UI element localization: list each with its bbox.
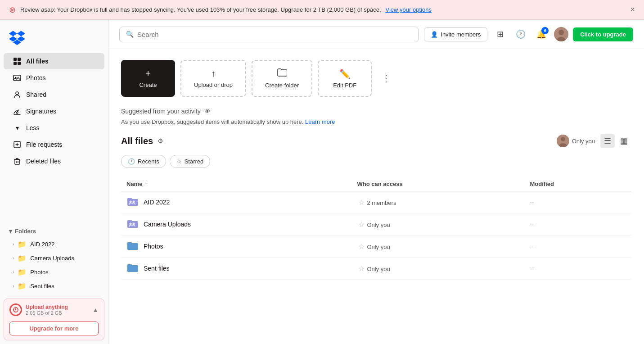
main-content: 🔍 👤 Invite members ⊞ 🕐 🔔 6 Click to upgr… <box>108 20 644 344</box>
file-name: Camera Uploads <box>144 221 191 228</box>
access-text: Only you <box>367 244 390 250</box>
folder-icon <box>126 240 139 253</box>
search-bar[interactable]: 🔍 <box>119 27 419 42</box>
user-avatar[interactable] <box>554 27 568 41</box>
star-button[interactable]: ☆ <box>357 241 365 252</box>
file-row-name: Sent files <box>126 262 347 275</box>
file-request-icon <box>13 140 22 149</box>
folders-header[interactable]: ▾ Folders <box>0 225 108 237</box>
suggested-label: Suggested from your activity <box>121 108 201 115</box>
svg-point-18 <box>561 137 565 141</box>
more-options-button[interactable]: ⋮ <box>377 60 395 97</box>
folder-item-camera-uploads[interactable]: › 📁 Camera Uploads <box>0 251 108 265</box>
signature-icon <box>13 107 22 116</box>
upgrade-for-more-button[interactable]: Upgrade for more <box>9 321 99 335</box>
trash-icon <box>13 157 22 166</box>
sidebar-item-all-files[interactable]: All files <box>4 53 104 69</box>
storage-collapse-button[interactable]: ▲ <box>92 306 99 313</box>
sidebar-item-less[interactable]: ▾ Less <box>4 120 104 136</box>
access-text: 2 members <box>367 199 396 206</box>
search-input[interactable] <box>137 31 412 38</box>
svg-point-15 <box>558 30 564 35</box>
col-name-header[interactable]: Name ↑ <box>121 177 352 191</box>
sidebar-item-shared[interactable]: Shared <box>4 86 104 103</box>
sidebar-item-deleted-files[interactable]: Deleted files <box>4 153 104 169</box>
svg-point-6 <box>16 92 18 95</box>
main-header: 🔍 👤 Invite members ⊞ 🕐 🔔 6 Click to upgr… <box>108 20 644 49</box>
modified-text: -- <box>530 221 534 228</box>
svg-rect-0 <box>14 58 17 61</box>
svg-point-20 <box>130 201 132 203</box>
folder-icon-camera: 📁 <box>18 254 27 263</box>
sidebar-logo <box>0 20 108 51</box>
grid-icon <box>13 57 22 66</box>
sort-arrow-icon: ↑ <box>146 182 148 187</box>
click-to-upgrade-button[interactable]: Click to upgrade <box>573 27 633 41</box>
folder-item-sent-files[interactable]: › 📁 Sent files <box>0 279 108 293</box>
dropbox-logo-icon <box>9 29 25 45</box>
settings-icon[interactable]: ⚙ <box>158 137 163 145</box>
banner-close-button[interactable]: × <box>630 5 635 14</box>
folder-icon-sent: 📁 <box>18 282 27 290</box>
table-row[interactable]: Photos ☆ Only you -- <box>121 235 631 258</box>
invite-members-button[interactable]: 👤 Invite members <box>424 27 487 41</box>
pencil-icon: ✏️ <box>339 68 351 79</box>
folder-add-icon <box>277 68 287 79</box>
star-button[interactable]: ☆ <box>357 263 365 274</box>
star-button[interactable]: ☆ <box>357 219 365 230</box>
modified-text: -- <box>530 265 534 272</box>
folders-label: Folders <box>15 228 36 235</box>
svg-point-22 <box>130 223 132 225</box>
folder-icon-shared: 📁 <box>18 240 27 249</box>
upload-or-drop-button[interactable]: ↑ Upload or drop <box>180 60 246 97</box>
grid-view-button[interactable]: ▦ <box>617 134 631 148</box>
table-row[interactable]: AID 2022 ☆ 2 members -- <box>121 191 631 213</box>
chevron-right-icon: › <box>13 256 14 261</box>
star-icon: ☆ <box>176 158 182 165</box>
notifications-button[interactable]: 🔔 6 <box>533 26 549 42</box>
col-access-header: Who can access <box>352 177 525 191</box>
table-row[interactable]: Camera Uploads ☆ Only you -- <box>121 213 631 235</box>
chevron-up-icon: ▾ <box>13 123 22 132</box>
file-row-name: Photos <box>126 240 347 253</box>
learn-more-link[interactable]: Learn more <box>305 118 335 125</box>
clock-icon-button[interactable]: 🕐 <box>513 26 529 42</box>
suggested-section: Suggested from your activity 👁 As you us… <box>121 108 631 125</box>
starred-filter-button[interactable]: ☆ Starred <box>170 155 211 168</box>
edit-pdf-button[interactable]: ✏️ Edit PDF <box>318 60 372 97</box>
list-view-button[interactable]: ☰ <box>600 134 615 148</box>
create-button[interactable]: + Create <box>121 60 175 97</box>
table-row[interactable]: Sent files ☆ Only you -- <box>121 258 631 280</box>
banner-message: Review asap: Your Dropbox is full and ha… <box>20 6 381 13</box>
sidebar-item-less-label: Less <box>26 124 40 131</box>
svg-point-23 <box>133 223 135 225</box>
avatar-image <box>554 27 568 41</box>
files-table: Name ↑ Who can access Modified AID 2022 … <box>121 177 631 280</box>
storage-widget: Upload anything 2.05 GB of 2 GB ▲ Upgrad… <box>4 299 104 340</box>
shared-icon <box>13 90 22 99</box>
file-name: Photos <box>144 243 163 250</box>
person-add-icon: 👤 <box>431 31 438 38</box>
shared-folder-icon <box>126 218 139 231</box>
file-name: AID 2022 <box>144 199 170 206</box>
storage-usage: 2.05 GB of 2 GB <box>26 310 68 316</box>
sidebar-item-signatures[interactable]: Signatures <box>4 103 104 119</box>
sidebar-item-photos[interactable]: Photos <box>4 70 104 86</box>
sidebar-item-deleted-files-label: Deleted files <box>26 158 61 165</box>
folder-item-photos[interactable]: › 📁 Photos <box>0 265 108 279</box>
star-button[interactable]: ☆ <box>357 197 365 208</box>
apps-grid-button[interactable]: ⊞ <box>492 26 508 42</box>
access-text: Only you <box>367 266 390 272</box>
chevron-right-icon: › <box>13 284 14 289</box>
svg-rect-8 <box>15 159 19 164</box>
svg-rect-2 <box>14 62 17 65</box>
storage-circle-icon <box>9 303 22 316</box>
sidebar-item-file-requests[interactable]: File requests <box>4 136 104 153</box>
folder-item-aid2022[interactable]: › 📁 AID 2022 <box>0 237 108 251</box>
header-actions: 👤 Invite members ⊞ 🕐 🔔 6 Click to upgrad… <box>424 26 633 42</box>
recents-filter-button[interactable]: 🕐 Recents <box>121 155 166 168</box>
create-folder-button[interactable]: Create folder <box>252 60 312 97</box>
banner-link[interactable]: View your options <box>386 6 432 13</box>
upload-icon: ↑ <box>211 68 216 79</box>
sidebar-item-signatures-label: Signatures <box>26 108 56 115</box>
